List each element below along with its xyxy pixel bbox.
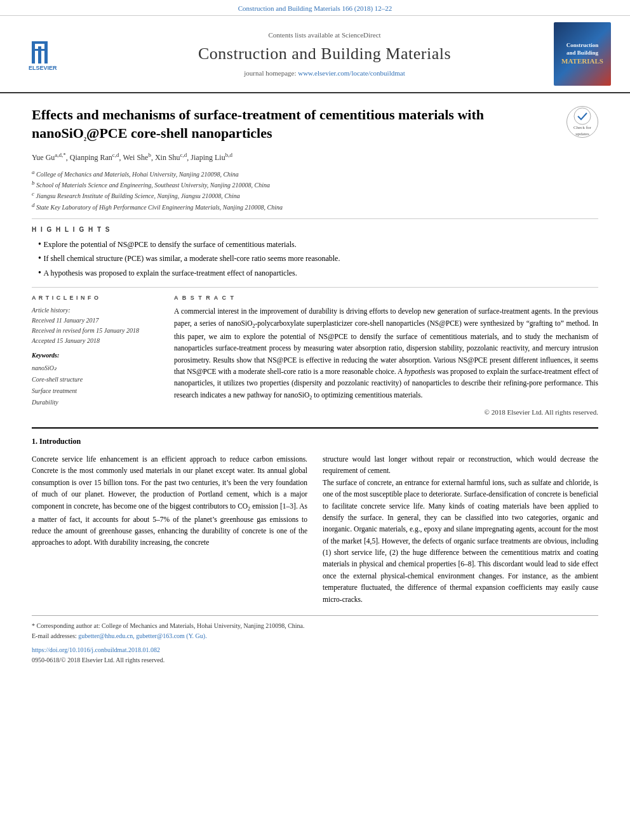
keyword-3: Surface treatment [32,385,159,397]
highlights-list: Explore the potential of NS@PCE to densi… [32,238,598,279]
article-title-section: Effects and mechanisms of surface-treatm… [32,106,598,143]
journal-title-center: Contents lists available at ScienceDirec… [95,30,554,78]
svg-rect-3 [32,41,48,44]
intro-col-right: structure would last longer without repa… [323,453,598,605]
elsevier-logo-area: ELSEVIER [19,35,95,73]
article-title: Effects and mechanisms of surface-treatm… [32,106,566,143]
author-yue-gu: Yue Gua,d,*, [32,153,70,162]
svg-rect-2 [44,41,48,63]
article-info-col: A R T I C L E I N F O Article history: R… [32,294,159,418]
intro-col-left: Concrete service life enhancement is an … [32,453,307,605]
journal-header: ELSEVIER Contents lists available at Sci… [0,16,630,93]
section-number: 1. [32,437,37,446]
cover-line3: MATERIALS [561,57,603,66]
svg-rect-4 [32,49,44,51]
svg-text:ELSEVIER: ELSEVIER [29,65,57,71]
article-info-label: A R T I C L E I N F O [32,294,159,302]
article-info-abstract-columns: A R T I C L E I N F O Article history: R… [32,294,598,418]
accepted-date: Accepted 15 January 2018 [32,336,159,346]
copyright-line: © 2018 Elsevier Ltd. All rights reserved… [174,408,598,417]
introduction-section: 1. Introduction Concrete service life en… [32,436,598,605]
affil-b: b School of Materials Science and Engine… [32,179,598,190]
check-updates-badge: Check for updates [566,106,598,138]
journal-cover-image: Construction and Building MATERIALS [554,22,611,86]
elsevier-logo-svg: ELSEVIER [25,35,89,73]
rights-line: 0950-0618/© 2018 Elsevier Ltd. All right… [32,655,598,665]
journal-homepage: journal homepage: www.elsevier.com/locat… [95,69,554,78]
intro-para-right-2: The surface of concrete, an entrance for… [323,477,598,605]
page: Construction and Building Materials 166 … [0,0,630,840]
email-addresses: gubetter@hhu.edu.cn, gubetter@163.com (Y… [78,632,206,639]
abstract-label: A B S T R A C T [174,294,598,302]
keywords-label: Keywords: [32,351,159,360]
journal-citation: Construction and Building Materials 166 … [238,4,392,12]
intro-para-left: Concrete service life enhancement is an … [32,453,307,549]
highlight-item-3: A hypothesis was proposed to explain the… [38,267,598,279]
section-title: Introduction [39,437,81,446]
affil-c: c Jiangsu Research Institute of Building… [32,190,598,201]
cover-line2: and Building [566,50,598,57]
divider-3 [32,427,598,429]
author-wei-she: Wei Sheb, [123,153,155,162]
introduction-columns: Concrete service life enhancement is an … [32,453,598,605]
science-direct-link: Contents lists available at ScienceDirec… [95,30,554,40]
hypothesis-word: hypothesis [405,368,436,375]
affiliations: a College of Mechanics and Materials, Ho… [32,168,598,212]
svg-point-6 [574,108,591,124]
check-updates-icon [573,107,592,124]
history-label: Article history: [32,305,159,316]
homepage-url: www.elsevier.com/locate/conbuildmat [298,69,405,77]
science-direct-prefix: Contents lists available at ScienceDirec… [268,31,380,39]
doi-line: https://doi.org/10.1016/j.conbuildmat.20… [32,645,598,655]
keyword-4: Durability [32,397,159,408]
affil-a: a College of Mechanics and Materials, Ho… [32,168,598,179]
abstract-col: A B S T R A C T A commercial interest in… [174,294,598,418]
divider-2 [32,287,598,288]
journal-title: Construction and Building Materials [95,43,554,65]
email-line: E-mail addresses: gubetter@hhu.edu.cn, g… [32,631,598,641]
affil-d: d State Key Laboratory of High Performan… [32,201,598,212]
keywords-list: nanoSiO₂ Core-shell structure Surface tr… [32,363,159,408]
author-qianping-ran: Qianping Ranc,d, [70,153,123,162]
introduction-heading: 1. Introduction [32,436,598,447]
email-label: E-mail addresses: [32,632,77,639]
revised-date: Received in revised form 15 January 2018 [32,326,159,336]
highlight-item-2: If shell chemical structure (PCE) was si… [38,252,598,265]
article-history: Article history: Received 11 January 201… [32,305,159,346]
highlight-item-1: Explore the potential of NS@PCE to densi… [38,238,598,251]
authors-line: Yue Gua,d,*, Qianping Ranc,d, Wei Sheb, … [32,151,598,163]
cover-line1: Construction [566,42,599,50]
svg-rect-0 [32,41,35,63]
author-jiaping-liu: Jiaping Liub,d [191,153,232,162]
author-xin-shu: Xin Shuc,d, [155,153,191,162]
received-date: Received 11 January 2017 [32,316,159,326]
divider-1 [32,218,598,219]
keyword-1: nanoSiO₂ [32,363,159,374]
check-updates-text: Check for updates [567,125,598,138]
keyword-2: Core-shell structure [32,374,159,385]
main-content: Effects and mechanisms of surface-treatm… [0,93,630,678]
abstract-text: A commercial interest in the improvement… [174,305,598,403]
highlights-label: H I G H L I G H T S [32,225,598,234]
homepage-label: journal homepage: [244,69,296,77]
journal-citation-bar: Construction and Building Materials 166 … [0,0,630,16]
footnote-area: * Corresponding author at: College of Me… [32,615,598,665]
intro-para-right-1: structure would last longer without repa… [323,453,598,477]
corresponding-author: * Corresponding author at: College of Me… [32,621,598,631]
highlights-section: H I G H L I G H T S Explore the potentia… [32,225,598,279]
